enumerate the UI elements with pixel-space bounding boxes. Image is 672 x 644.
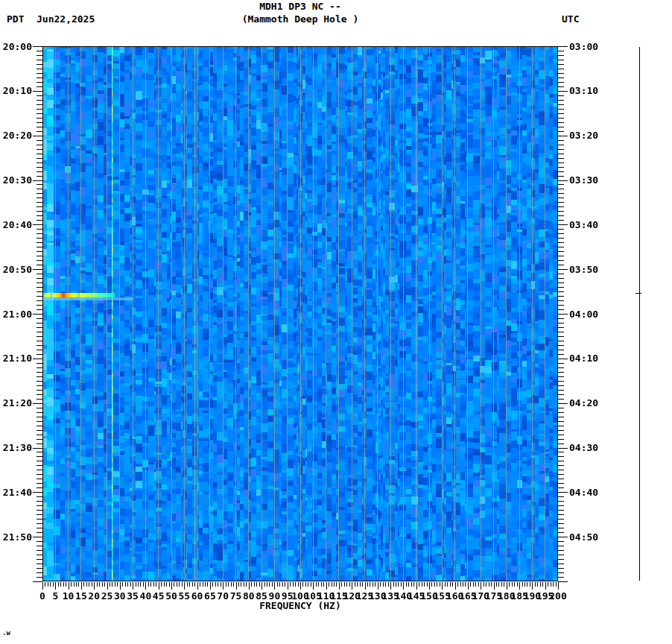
spectrogram-page: PDT Jun22,2025 MDH1 DP3 NC -- (Mammoth D…	[0, 0, 672, 644]
left-time-tick-label: 21:40	[0, 487, 32, 497]
right-time-tick-label: 04:20	[569, 398, 598, 408]
frequency-tick-label: 200	[545, 591, 571, 601]
left-time-tick-label: 20:40	[0, 220, 32, 230]
x-axis-title: FREQUENCY (HZ)	[42, 601, 558, 610]
page-title: MDH1 DP3 NC --	[42, 1, 558, 11]
page-subtitle: (Mammoth Deep Hole )	[42, 14, 558, 24]
right-time-tick-label: 03:10	[569, 86, 598, 95]
left-time-tick-label: 20:00	[0, 42, 32, 51]
right-time-tick-label: 03:20	[569, 130, 598, 140]
left-time-tick-label: 21:20	[0, 398, 32, 408]
timezone-right-label: UTC	[562, 14, 579, 24]
left-time-tick-label: 20:10	[0, 86, 32, 95]
right-time-tick-label: 03:30	[569, 175, 598, 185]
left-time-tick-label: 20:50	[0, 265, 32, 274]
left-time-tick-label: 21:10	[0, 353, 32, 363]
right-time-tick-label: 03:40	[569, 220, 598, 230]
left-time-tick-label: 20:20	[0, 130, 32, 140]
right-time-tick-label: 04:30	[569, 443, 598, 452]
spectrogram-canvas	[42, 46, 558, 581]
right-time-tick-label: 04:10	[569, 353, 598, 363]
right-time-tick-label: 04:50	[569, 532, 598, 542]
right-time-tick-label: 04:00	[569, 309, 598, 319]
left-time-tick-label: 20:30	[0, 175, 32, 185]
timezone-left-label: PDT	[7, 14, 24, 24]
right-time-tick-label: 03:00	[569, 42, 598, 51]
right-time-tick-label: 03:50	[569, 265, 598, 274]
left-time-tick-label: 21:50	[0, 532, 32, 542]
left-time-tick-label: 21:00	[0, 309, 32, 319]
footer-artifact-text: .w	[2, 630, 10, 637]
right-time-tick-label: 04:40	[569, 487, 598, 497]
left-time-tick-label: 21:30	[0, 443, 32, 452]
